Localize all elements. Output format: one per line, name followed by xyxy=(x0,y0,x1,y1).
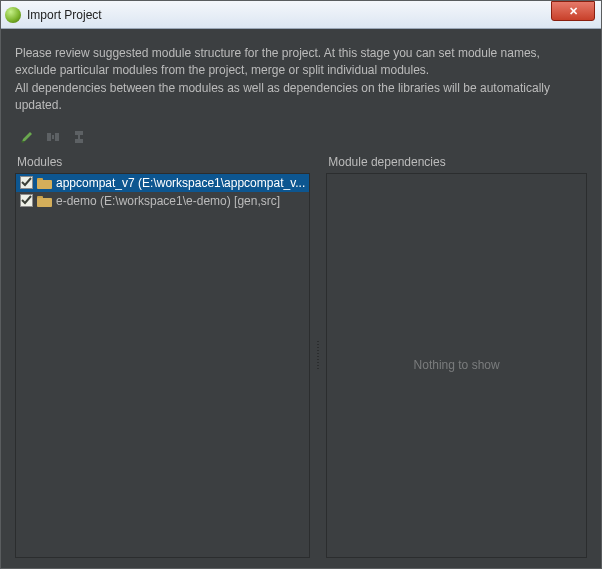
titlebar[interactable]: Import Project ✕ xyxy=(1,1,601,29)
modules-panel-title: Modules xyxy=(15,155,310,169)
svg-rect-6 xyxy=(78,135,80,139)
close-button[interactable]: ✕ xyxy=(551,1,595,21)
rename-module-button[interactable] xyxy=(19,129,35,145)
module-checkbox[interactable] xyxy=(20,194,33,207)
svg-rect-0 xyxy=(22,141,25,143)
instructions-text: Please review suggested module structure… xyxy=(15,45,587,115)
split-module-button[interactable] xyxy=(45,129,61,145)
panels-container: Modules appcompat_v7 (E:\workspace1\appc… xyxy=(15,155,587,558)
merge-icon xyxy=(72,130,86,144)
empty-state-text: Nothing to show xyxy=(414,358,500,372)
instructions-line: exclude particular modules from the proj… xyxy=(15,62,587,79)
svg-rect-1 xyxy=(47,133,51,141)
window-title: Import Project xyxy=(27,8,597,22)
modules-list[interactable]: appcompat_v7 (E:\workspace1\appcompat_v.… xyxy=(16,174,309,210)
check-icon xyxy=(21,195,32,206)
dependencies-panel-title: Module dependencies xyxy=(326,155,587,169)
module-toolbar xyxy=(19,129,587,145)
pencil-icon xyxy=(20,130,34,144)
folder-icon xyxy=(37,177,52,189)
merge-module-button[interactable] xyxy=(71,129,87,145)
modules-panel: Modules appcompat_v7 (E:\workspace1\appc… xyxy=(15,155,310,558)
import-project-window: Import Project ✕ Please review suggested… xyxy=(0,0,602,569)
folder-icon xyxy=(37,195,52,207)
svg-rect-3 xyxy=(52,135,54,139)
split-icon xyxy=(46,130,60,144)
app-icon xyxy=(5,7,21,23)
instructions-line: All dependencies between the modules as … xyxy=(15,80,587,115)
check-icon xyxy=(21,177,32,188)
dependencies-list-box: Nothing to show xyxy=(326,173,587,558)
svg-rect-4 xyxy=(75,131,83,135)
close-icon: ✕ xyxy=(569,5,578,18)
module-item[interactable]: e-demo (E:\workspace1\e-demo) [gen,src] xyxy=(16,192,309,210)
module-label: e-demo (E:\workspace1\e-demo) [gen,src] xyxy=(56,194,280,208)
dependencies-panel: Module dependencies Nothing to show xyxy=(326,155,587,558)
instructions-line: Please review suggested module structure… xyxy=(15,45,587,62)
svg-rect-2 xyxy=(55,133,59,141)
module-checkbox[interactable] xyxy=(20,176,33,189)
module-item[interactable]: appcompat_v7 (E:\workspace1\appcompat_v.… xyxy=(16,174,309,192)
panel-splitter[interactable] xyxy=(316,155,320,558)
module-label: appcompat_v7 (E:\workspace1\appcompat_v.… xyxy=(56,176,305,190)
dialog-body: Please review suggested module structure… xyxy=(1,29,601,568)
dependencies-empty-state: Nothing to show xyxy=(327,174,586,557)
modules-list-box: appcompat_v7 (E:\workspace1\appcompat_v.… xyxy=(15,173,310,558)
svg-rect-5 xyxy=(75,139,83,143)
